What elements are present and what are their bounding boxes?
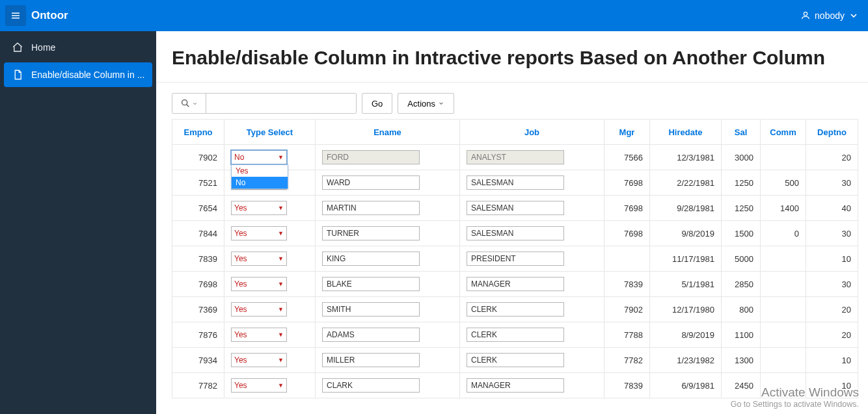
- cell-ename: [316, 221, 460, 246]
- cell-empno: 7902: [172, 145, 224, 170]
- search-input[interactable]: [206, 94, 356, 113]
- cell-empno: 7934: [172, 348, 224, 373]
- ename-input[interactable]: [322, 277, 420, 291]
- ename-input[interactable]: [322, 378, 420, 393]
- user-menu[interactable]: nobody: [800, 10, 863, 21]
- type-select[interactable]: Yes▼: [231, 378, 287, 393]
- cell-ename: [316, 170, 460, 196]
- job-input[interactable]: [467, 252, 564, 266]
- go-button[interactable]: Go: [362, 93, 392, 114]
- col-deptno-header[interactable]: Deptno: [806, 120, 858, 145]
- main-content: Enable/disable Column in Intractive repo…: [156, 31, 868, 414]
- caret-down-icon: ▼: [278, 255, 284, 262]
- table-row: 7654Yes▼76989/28/19811250140040: [172, 196, 858, 221]
- job-input[interactable]: [467, 226, 564, 240]
- col-comm-header[interactable]: Comm: [761, 120, 806, 145]
- cell-job: [460, 145, 604, 170]
- ename-input[interactable]: [322, 302, 420, 317]
- cell-ename: [316, 373, 460, 398]
- type-select-dropdown: YesNo: [231, 164, 288, 189]
- ename-input[interactable]: [322, 353, 420, 367]
- cell-mgr: [604, 246, 650, 272]
- table-row: 7902No▼YesNo756612/3/1981300020: [172, 145, 858, 170]
- type-option-yes[interactable]: Yes: [232, 165, 288, 177]
- col-mgr-header[interactable]: Mgr: [604, 120, 650, 145]
- col-ename-header[interactable]: Ename: [316, 120, 460, 145]
- ename-input[interactable]: [322, 175, 420, 190]
- cell-mgr: 7902: [604, 297, 650, 322]
- caret-down-icon: ▼: [278, 331, 284, 338]
- type-select-value: Yes: [234, 254, 247, 263]
- cell-hiredate: 6/9/1981: [650, 373, 722, 398]
- table-row: 7844Yes▼76989/8/20191500030: [172, 221, 858, 246]
- cell-job: [460, 221, 604, 246]
- sidebar-item-label: Home: [31, 42, 55, 53]
- type-select[interactable]: No▼YesNo: [231, 150, 287, 164]
- search-icon: [180, 98, 191, 109]
- col-job-header[interactable]: Job: [460, 120, 604, 145]
- type-select[interactable]: Yes▼: [231, 252, 287, 266]
- cell-type-select: Yes▼: [224, 322, 316, 348]
- cell-comm: [761, 272, 806, 297]
- job-input[interactable]: [467, 353, 564, 367]
- col-sal-header[interactable]: Sal: [722, 120, 761, 145]
- table-row: 7369Yes▼790212/17/198080020: [172, 297, 858, 322]
- type-option-no[interactable]: No: [232, 177, 288, 188]
- user-icon: [800, 10, 811, 21]
- ename-input[interactable]: [322, 252, 420, 266]
- type-select[interactable]: Yes▼: [231, 353, 287, 367]
- cell-job: [460, 322, 604, 348]
- sidebar-item-home[interactable]: Home: [4, 35, 152, 60]
- user-label: nobody: [815, 10, 845, 21]
- cell-comm: 1400: [761, 196, 806, 221]
- search-wrap: [172, 93, 357, 114]
- type-select[interactable]: Yes▼: [231, 226, 287, 240]
- job-input[interactable]: [467, 175, 564, 190]
- cell-empno: 7654: [172, 196, 224, 221]
- actions-menu-button[interactable]: Actions: [398, 93, 454, 114]
- sidebar-item-enable-disable[interactable]: Enable/disable Column in ...: [4, 62, 152, 87]
- cell-comm: [761, 322, 806, 348]
- ename-input[interactable]: [322, 328, 420, 342]
- type-select-value: Yes: [234, 279, 247, 289]
- cell-deptno: 40: [806, 196, 858, 221]
- cell-job: [460, 196, 604, 221]
- job-input[interactable]: [467, 378, 564, 393]
- col-hiredate-header[interactable]: Hiredate: [650, 120, 722, 145]
- cell-comm: [761, 145, 806, 170]
- table-row: 7698Yes▼78395/1/1981285030: [172, 272, 858, 297]
- caret-down-icon: ▼: [278, 281, 284, 287]
- cell-hiredate: 12/3/1981: [650, 145, 722, 170]
- ename-input[interactable]: [322, 226, 420, 240]
- cell-type-select: No▼YesNo: [224, 145, 316, 170]
- cell-deptno: 20: [806, 322, 858, 348]
- ename-input[interactable]: [322, 201, 420, 215]
- cell-empno: 7369: [172, 297, 224, 322]
- report-toolbar: Go Actions: [172, 93, 852, 114]
- type-select[interactable]: Yes▼: [231, 302, 287, 317]
- cell-hiredate: 9/28/1981: [650, 196, 722, 221]
- go-label: Go: [372, 99, 383, 109]
- job-input[interactable]: [467, 201, 564, 215]
- caret-down-icon: ▼: [278, 382, 284, 389]
- type-select[interactable]: Yes▼: [231, 277, 287, 291]
- cell-comm: [761, 246, 806, 272]
- svg-point-3: [804, 12, 807, 16]
- col-empno-header[interactable]: Empno: [172, 120, 224, 145]
- menu-toggle-button[interactable]: [5, 5, 26, 26]
- cell-comm: [761, 373, 806, 398]
- col-type-header[interactable]: Type Select: [224, 120, 316, 145]
- type-select[interactable]: Yes▼: [231, 201, 287, 215]
- cell-job: [460, 348, 604, 373]
- cell-empno: 7698: [172, 272, 224, 297]
- cell-ename: [316, 348, 460, 373]
- job-input[interactable]: [467, 277, 564, 291]
- search-column-button[interactable]: [172, 94, 206, 113]
- document-icon: [12, 69, 23, 81]
- cell-comm: 500: [761, 170, 806, 196]
- job-input[interactable]: [467, 328, 564, 342]
- table-row: 7934Yes▼77821/23/1982130010: [172, 348, 858, 373]
- job-input[interactable]: [467, 302, 564, 317]
- cell-ename: [316, 272, 460, 297]
- type-select[interactable]: Yes▼: [231, 328, 287, 342]
